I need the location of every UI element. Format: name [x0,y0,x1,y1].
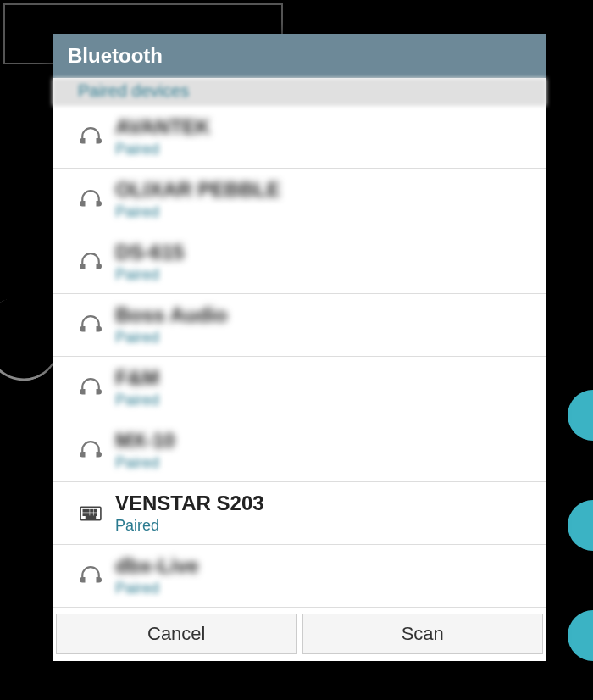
background-circles [568,390,593,700]
svg-rect-2 [87,509,89,511]
device-name: MX-10 [115,429,531,453]
section-header-paired: Paired devices [53,78,546,106]
paired-device-list: AVANTEKPairedOLIXAR PEBBLEPairedDS-615Pa… [53,106,546,610]
device-status: Paired [115,141,531,158]
bg-circle [568,390,593,441]
headphones-icon [78,314,103,336]
keyboard-icon [78,505,103,522]
headphones-icon [78,440,103,462]
device-name: DS-615 [115,241,531,265]
device-text: Boss AudioPaired [115,303,531,347]
device-row[interactable]: Boss AudioPaired [53,294,546,357]
headphones-icon [78,377,103,399]
dialog-button-bar: Cancel Scan [53,610,546,661]
bg-circle [568,610,593,661]
device-status: Paired [115,580,531,597]
device-name: F&M [115,366,531,391]
cancel-button[interactable]: Cancel [56,614,297,654]
device-status: Paired [115,454,531,472]
svg-rect-3 [91,509,92,511]
device-row[interactable]: AVANTEKPaired [53,106,546,169]
bluetooth-dialog: Bluetooth Paired devices AVANTEKPairedOL… [53,34,546,661]
device-text: VENSTAR S203Paired [115,492,531,536]
headphones-icon [78,126,103,148]
device-status: Paired [115,203,531,221]
headphones-icon [78,189,103,211]
bg-circle [568,500,593,551]
device-text: MX-10Paired [115,429,531,473]
scan-button[interactable]: Scan [302,614,544,654]
device-status: Paired [115,329,531,347]
device-text: AVANTEKPaired [115,115,531,159]
device-name: VENSTAR S203 [115,492,531,516]
svg-rect-1 [83,509,85,511]
device-row[interactable]: OLIXAR PEBBLEPaired [53,169,546,231]
svg-rect-7 [91,514,92,515]
svg-rect-8 [94,514,96,515]
headphones-icon [78,252,103,274]
device-text: DS-615Paired [115,241,531,285]
device-row[interactable]: MX-10Paired [53,419,546,482]
headphones-icon [78,565,103,587]
device-text: dbx-LivePaired [115,554,531,598]
device-name: AVANTEK [115,115,531,140]
svg-rect-6 [87,514,89,515]
device-name: Boss Audio [115,303,531,328]
device-row[interactable]: dbx-LivePaired [53,545,546,608]
device-name: OLIXAR PEBBLE [115,178,531,203]
device-status: Paired [115,392,531,409]
device-status: Paired [115,517,531,535]
device-row[interactable]: F&MPaired [53,357,546,419]
device-text: F&MPaired [115,366,531,410]
device-row[interactable]: DS-615Paired [53,231,546,294]
device-status: Paired [115,266,531,284]
svg-rect-9 [86,516,96,518]
svg-rect-4 [94,509,96,511]
svg-rect-5 [83,514,85,515]
device-name: dbx-Live [115,554,531,579]
device-row[interactable]: VENSTAR S203Paired [53,482,546,545]
dialog-title: Bluetooth [53,34,546,78]
device-text: OLIXAR PEBBLEPaired [115,178,531,222]
